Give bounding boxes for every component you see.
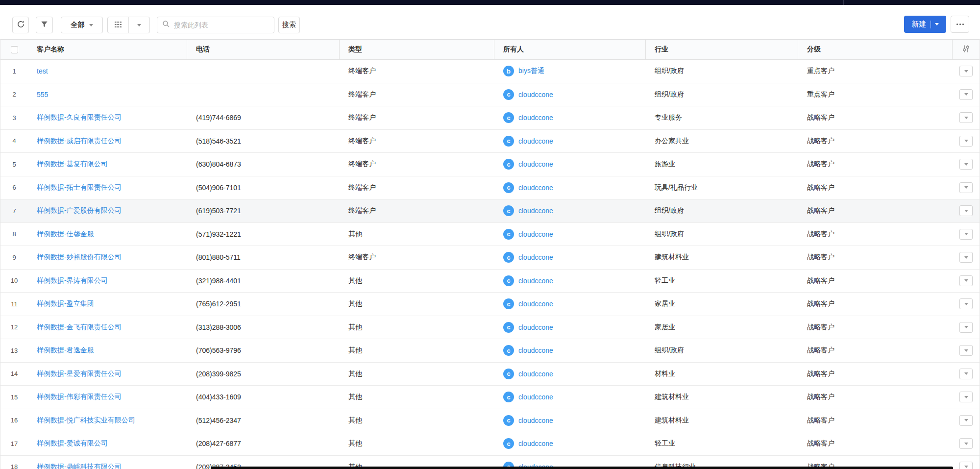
- customer-name-link[interactable]: 样例数据-悦广科技实业有限公司: [37, 416, 135, 425]
- row-dropdown-button[interactable]: [959, 369, 973, 379]
- row-number-cell[interactable]: 16: [0, 409, 28, 432]
- customer-name-link[interactable]: 样例数据-金飞有限责任公司: [37, 323, 122, 332]
- row-dropdown-button[interactable]: [959, 136, 973, 147]
- row-number-cell[interactable]: 8: [0, 223, 28, 246]
- row-dropdown-button[interactable]: [959, 89, 973, 100]
- customer-name-link[interactable]: 样例数据-爱诚有限公司: [37, 439, 108, 448]
- customer-name-link[interactable]: 样例数据-久良有限责任公司: [37, 113, 122, 122]
- column-header-owner[interactable]: 所有人: [494, 40, 646, 59]
- owner-link[interactable]: cloudccone: [518, 207, 553, 215]
- owner-avatar: c: [503, 392, 514, 402]
- owner-link[interactable]: cloudccone: [518, 114, 553, 122]
- row-number-cell[interactable]: 14: [0, 363, 28, 386]
- industry-cell: 专业服务: [646, 106, 798, 129]
- row-dropdown-button[interactable]: [959, 229, 973, 240]
- type-cell: 终端客户: [340, 199, 494, 222]
- row-dropdown-button[interactable]: [959, 159, 973, 170]
- owner-link[interactable]: cloudccone: [518, 440, 553, 447]
- row-number-cell[interactable]: 13: [0, 339, 28, 362]
- row-dropdown-button[interactable]: [959, 112, 973, 123]
- column-header-industry[interactable]: 行业: [646, 40, 798, 59]
- row-dropdown-button[interactable]: [959, 275, 973, 286]
- row-number-cell[interactable]: 9: [0, 246, 28, 269]
- customer-name-link[interactable]: 样例数据-基复有限公司: [37, 160, 108, 169]
- customer-name-link[interactable]: test: [37, 67, 48, 75]
- view-mode-dropdown[interactable]: [128, 17, 149, 33]
- table-row: 5 样例数据-基复有限公司 (630)804-6873 终端客户 c cloud…: [0, 153, 980, 176]
- owner-link[interactable]: biys普通: [518, 67, 544, 75]
- owner-link[interactable]: cloudccone: [518, 253, 553, 261]
- row-dropdown-button[interactable]: [959, 462, 973, 469]
- owner-link[interactable]: cloudccone: [518, 323, 553, 331]
- search-button[interactable]: 搜索: [278, 17, 300, 33]
- column-header-customer-name[interactable]: 客户名称: [28, 40, 187, 59]
- search-input[interactable]: [174, 21, 269, 29]
- customer-name-link[interactable]: 样例数据-星爱有限责任公司: [37, 370, 122, 378]
- column-header-grade[interactable]: 分级: [798, 40, 953, 59]
- row-dropdown-button[interactable]: [959, 345, 973, 356]
- row-number-cell[interactable]: 11: [0, 293, 28, 316]
- row-number-cell[interactable]: 2: [0, 83, 28, 106]
- customer-name-link[interactable]: 样例数据-界涛有限公司: [37, 276, 108, 285]
- row-number-cell[interactable]: 5: [0, 153, 28, 176]
- owner-link[interactable]: cloudccone: [518, 346, 553, 354]
- owner-link[interactable]: cloudccone: [518, 393, 553, 401]
- owner-link[interactable]: cloudccone: [518, 184, 553, 192]
- row-dropdown-button[interactable]: [959, 182, 973, 193]
- row-dropdown-button[interactable]: [959, 415, 973, 426]
- table-body: 1 test 终端客户 b biys普通 组织/政府 重点客户 2 555 终端…: [0, 60, 980, 469]
- customer-name-link[interactable]: 样例数据-广爱股份有限公司: [37, 206, 122, 215]
- owner-link[interactable]: cloudccone: [518, 160, 553, 168]
- owner-link[interactable]: cloudccone: [518, 91, 553, 99]
- row-dropdown-button[interactable]: [959, 438, 973, 449]
- row-number-cell[interactable]: 18: [0, 456, 28, 469]
- grade-label: 战略客户: [807, 370, 834, 378]
- row-dropdown-button[interactable]: [959, 298, 973, 309]
- customer-name-link[interactable]: 样例数据-伟彩有限责任公司: [37, 393, 122, 401]
- row-dropdown-button[interactable]: [959, 66, 973, 76]
- customer-name-link[interactable]: 样例数据-佳馨金服: [37, 230, 94, 239]
- column-header-type[interactable]: 类型: [340, 40, 494, 59]
- row-number-cell[interactable]: 15: [0, 386, 28, 409]
- row-dropdown-button[interactable]: [959, 322, 973, 333]
- row-number-cell[interactable]: 4: [0, 130, 28, 153]
- grade-cell: 战略客户: [798, 432, 953, 455]
- row-number-cell[interactable]: 10: [0, 270, 28, 293]
- owner-link[interactable]: cloudccone: [518, 370, 553, 378]
- column-settings-button[interactable]: [953, 40, 980, 59]
- customer-name-link[interactable]: 样例数据-拓士有限责任公司: [37, 183, 122, 192]
- new-button[interactable]: 新建: [904, 16, 946, 33]
- row-dropdown-button[interactable]: [959, 252, 973, 263]
- row-dropdown-button[interactable]: [959, 392, 973, 402]
- customer-name-cell: test: [28, 60, 187, 83]
- owner-link[interactable]: cloudccone: [518, 300, 553, 308]
- owner-link[interactable]: cloudccone: [518, 277, 553, 285]
- row-number-cell[interactable]: 6: [0, 176, 28, 199]
- grid-view-button[interactable]: [108, 17, 128, 33]
- grade-cell: 战略客户: [798, 316, 953, 339]
- customer-name-link[interactable]: 样例数据-君逸金服: [37, 346, 94, 355]
- row-number-cell[interactable]: 3: [0, 106, 28, 129]
- customer-name-link[interactable]: 样例数据-鼎峪科技有限公司: [37, 463, 122, 469]
- row-number-cell[interactable]: 7: [0, 199, 28, 222]
- row-dropdown-button[interactable]: [959, 205, 973, 216]
- customer-name-link[interactable]: 样例数据-盈立集团: [37, 299, 94, 308]
- customer-name-link[interactable]: 555: [37, 91, 48, 99]
- row-number-cell[interactable]: 12: [0, 316, 28, 339]
- row-number-cell[interactable]: 17: [0, 432, 28, 455]
- refresh-button[interactable]: [12, 17, 29, 33]
- filter-button[interactable]: [36, 17, 53, 33]
- owner-link[interactable]: cloudccone: [518, 137, 553, 145]
- column-header-phone[interactable]: 电话: [187, 40, 340, 59]
- owner-link[interactable]: cloudccone: [518, 230, 553, 238]
- more-icon: [956, 24, 958, 25]
- owner-link[interactable]: cloudccone: [518, 417, 553, 424]
- new-dropdown-caret-icon[interactable]: [935, 23, 939, 25]
- row-number-cell[interactable]: 1: [0, 60, 28, 83]
- more-actions-button[interactable]: [951, 16, 969, 33]
- industry-cell: 组织/政府: [646, 223, 798, 246]
- select-all-checkbox[interactable]: [11, 46, 18, 53]
- customer-name-link[interactable]: 样例数据-威启有限责任公司: [37, 137, 122, 146]
- view-scope-dropdown[interactable]: 全部: [61, 17, 103, 33]
- customer-name-link[interactable]: 样例数据-妙裕股份有限公司: [37, 253, 122, 262]
